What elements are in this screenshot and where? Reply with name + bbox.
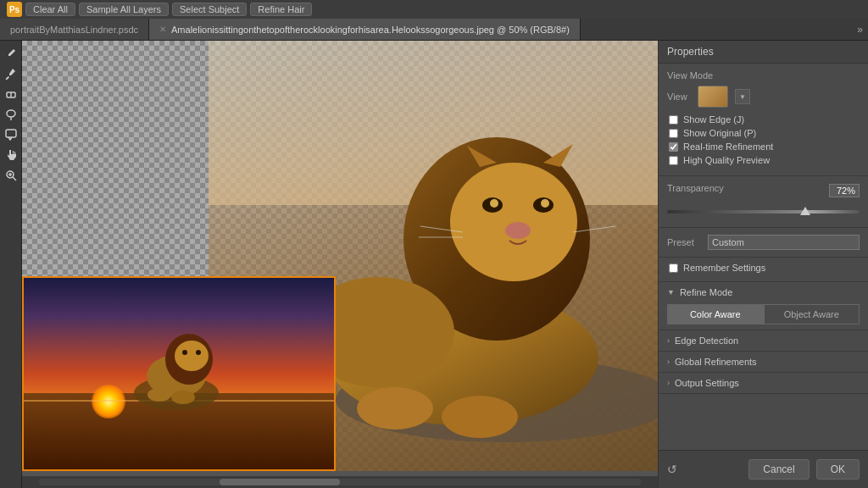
- panel-title: Properties: [659, 41, 868, 64]
- hq-preview-checkbox[interactable]: [669, 156, 678, 165]
- preset-section: Preset Custom Default Hair & Fur High Co…: [659, 228, 868, 258]
- hq-preview-row: High Quality Preview: [667, 155, 860, 165]
- tab-lion[interactable]: ✕ Amalelionissittingonthetopoftherockloo…: [149, 19, 581, 40]
- sample-all-layers-button[interactable]: Sample All Layers: [79, 3, 169, 16]
- remember-label: Remember Settings: [683, 263, 765, 273]
- edge-detection-section[interactable]: › Edge Detection: [659, 330, 868, 352]
- output-settings-label: Output Settings: [675, 378, 739, 388]
- remember-checkbox[interactable]: [669, 263, 678, 273]
- refine-mode-chevron: ▼: [667, 288, 675, 297]
- svg-point-19: [541, 199, 549, 208]
- realtime-checkbox[interactable]: [669, 142, 678, 152]
- scrollbar-track[interactable]: [39, 479, 641, 485]
- edge-detection-label: Edge Detection: [675, 336, 738, 346]
- scrollbar-thumb[interactable]: [220, 479, 340, 485]
- svg-point-34: [147, 388, 171, 402]
- reset-button[interactable]: ↺: [667, 459, 677, 480]
- thumbnail-preview: [22, 276, 336, 471]
- svg-point-20: [505, 222, 531, 239]
- tab-label: portraitByMatthiasLindner.psdc: [10, 25, 138, 35]
- global-refinements-label: Global Refinements: [675, 357, 757, 367]
- show-original-checkbox[interactable]: [669, 129, 678, 138]
- canvas-scrollbar[interactable]: [22, 476, 658, 488]
- realtime-label: Real-time Refinement: [683, 141, 773, 152]
- object-aware-button[interactable]: Object Aware: [764, 304, 860, 324]
- svg-point-18: [490, 199, 498, 208]
- tab-bar: portraitByMatthiasLindner.psdc ✕ Amaleli…: [0, 19, 868, 41]
- tab-overflow-button[interactable]: »: [852, 19, 868, 40]
- refine-hair-button[interactable]: Refine Hair: [250, 3, 312, 16]
- svg-line-6: [13, 177, 16, 180]
- hq-preview-label: High Quality Preview: [683, 155, 770, 165]
- color-aware-button[interactable]: Color Aware: [667, 304, 764, 324]
- speech-bubble-tool[interactable]: [2, 125, 20, 144]
- view-thumbnail: [698, 86, 728, 108]
- refine-mode-section: ▼ Refine Mode Color Aware Object Aware: [659, 282, 868, 330]
- tab-label-active: Amalelionissittingonthetopoftherocklooki…: [171, 25, 570, 35]
- transparency-slider-container: [667, 203, 860, 220]
- transparency-label: Transparency: [667, 183, 724, 193]
- svg-point-35: [171, 391, 195, 404]
- properties-panel: Properties View Mode View ▼ Show Edge (J…: [658, 41, 868, 488]
- thumbnail-lion-image: [24, 278, 334, 469]
- svg-point-31: [175, 341, 209, 371]
- app-icon: Ps: [7, 2, 22, 17]
- show-edge-row: Show Edge (J): [667, 114, 860, 125]
- panel-footer: ↺ Cancel OK: [659, 450, 868, 488]
- refine-buttons-container: Color Aware Object Aware: [667, 304, 860, 324]
- tab-close-icon[interactable]: ✕: [159, 25, 166, 34]
- ok-button[interactable]: OK: [816, 459, 860, 480]
- transparency-header: Transparency: [667, 183, 860, 198]
- zoom-tool[interactable]: [2, 166, 20, 185]
- cancel-button[interactable]: Cancel: [748, 459, 809, 480]
- svg-point-12: [357, 387, 433, 430]
- reset-icon: ↺: [667, 463, 677, 476]
- view-row: View ▼: [667, 86, 860, 108]
- refine-mode-label: Refine Mode: [680, 287, 732, 297]
- edge-detection-chevron: ›: [667, 336, 670, 345]
- transparency-section: Transparency: [659, 176, 868, 228]
- hand-tool[interactable]: [2, 146, 20, 164]
- top-bar: Ps Clear All Sample All Layers Select Su…: [0, 0, 868, 19]
- global-refinements-chevron: ›: [667, 358, 670, 366]
- brush-tool[interactable]: [2, 44, 20, 63]
- svg-point-2: [7, 110, 15, 117]
- view-label: View: [667, 92, 691, 102]
- svg-point-15: [450, 163, 577, 281]
- svg-point-33: [196, 350, 201, 355]
- show-original-row: Show Original (P): [667, 128, 860, 138]
- clear-all-button[interactable]: Clear All: [25, 3, 75, 16]
- show-edge-checkbox[interactable]: [669, 115, 678, 125]
- tab-portrait[interactable]: portraitByMatthiasLindner.psdc: [0, 19, 149, 40]
- global-refinements-section[interactable]: › Global Refinements: [659, 352, 868, 373]
- preset-label: Preset: [667, 237, 701, 247]
- view-mode-section: View Mode View ▼ Show Edge (J) Show Orig…: [659, 64, 868, 176]
- transparency-value-input[interactable]: [829, 184, 860, 197]
- canvas-area[interactable]: [22, 41, 658, 488]
- show-original-label: Show Original (P): [683, 128, 756, 138]
- remember-checkbox-row: Remember Settings: [667, 263, 860, 273]
- preset-select[interactable]: Custom Default Hair & Fur High Contrast …: [708, 235, 860, 250]
- left-toolbar: [0, 41, 22, 488]
- lasso-tool[interactable]: [2, 105, 20, 124]
- remember-settings-row: Remember Settings: [659, 258, 868, 282]
- view-dropdown-button[interactable]: ▼: [735, 89, 750, 104]
- svg-rect-4: [6, 130, 16, 137]
- eraser-tool[interactable]: [2, 85, 20, 103]
- svg-point-13: [442, 396, 518, 438]
- view-mode-label: View Mode: [667, 70, 860, 80]
- refine-mode-header[interactable]: ▼ Refine Mode: [667, 287, 860, 297]
- output-settings-section[interactable]: › Output Settings: [659, 373, 868, 394]
- realtime-row: Real-time Refinement: [667, 141, 860, 152]
- show-edge-label: Show Edge (J): [683, 114, 744, 125]
- main-area: Properties View Mode View ▼ Show Edge (J…: [0, 41, 868, 488]
- paint-brush-tool[interactable]: [2, 64, 20, 83]
- select-subject-button[interactable]: Select Subject: [172, 3, 247, 16]
- svg-point-32: [182, 350, 187, 355]
- output-settings-chevron: ›: [667, 379, 670, 387]
